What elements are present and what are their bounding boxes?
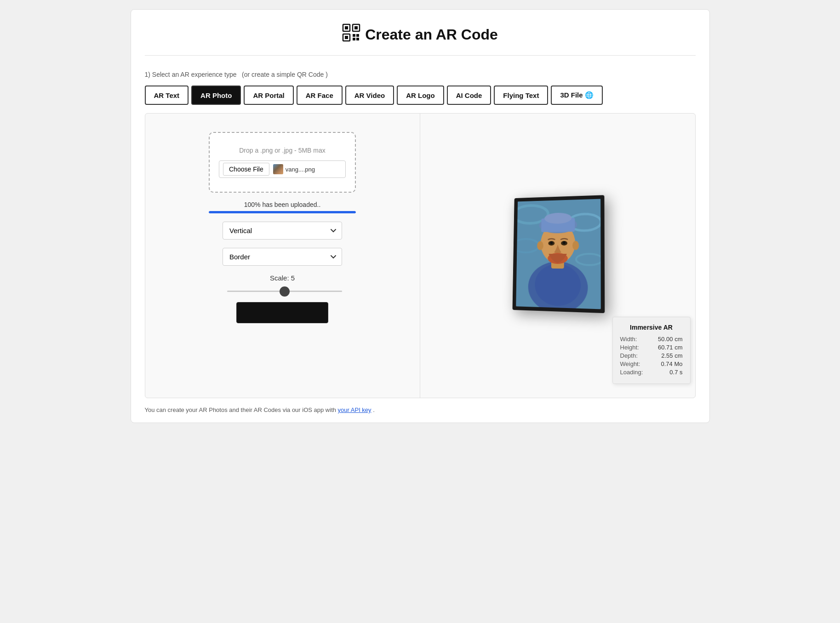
choose-file-button[interactable]: Choose File xyxy=(223,163,269,176)
orientation-dropdown[interactable]: VerticalHorizontal xyxy=(223,222,342,240)
file-thumbnail xyxy=(273,164,283,174)
page-title: Create an AR Code xyxy=(365,26,498,43)
info-row: Weight:0.74 Mo xyxy=(620,360,683,367)
info-key: Width: xyxy=(620,336,637,343)
progress-bar-fill xyxy=(209,211,356,213)
file-name: vang....png xyxy=(273,164,315,174)
footer-suffix: . xyxy=(373,406,375,413)
scale-section: Scale: 5 xyxy=(223,274,342,294)
footer-text: You can create your AR Photos and their … xyxy=(145,406,338,413)
drop-zone[interactable]: Drop a .png or .jpg - 5MB max Choose Fil… xyxy=(209,132,356,193)
svg-rect-7 xyxy=(356,34,359,37)
tab-ar-text[interactable]: AR Text xyxy=(145,86,189,105)
info-card-title: Immersive AR xyxy=(620,324,683,331)
tab-ar-photo[interactable]: AR Photo xyxy=(191,86,241,105)
svg-rect-9 xyxy=(356,38,359,40)
qr-icon xyxy=(342,23,360,46)
color-swatch[interactable] xyxy=(236,302,328,323)
info-card: Immersive AR Width:50.00 cmHeight:60.71 … xyxy=(612,317,691,384)
info-value: 2.55 cm xyxy=(661,352,682,359)
info-key: Height: xyxy=(620,344,639,351)
info-value: 0.7 s xyxy=(669,369,682,376)
svg-rect-6 xyxy=(353,34,355,37)
info-row: Loading:0.7 s xyxy=(620,369,683,376)
style-dropdown[interactable]: BorderNo BorderShadow xyxy=(223,248,342,266)
section-label: 1) Select an AR experience type (or crea… xyxy=(145,69,328,79)
page-header: Create an AR Code xyxy=(145,23,696,56)
tab-flying-text[interactable]: Flying Text xyxy=(494,86,548,105)
tab-ar-portal[interactable]: AR Portal xyxy=(244,86,293,105)
info-row: Width:50.00 cm xyxy=(620,336,683,343)
tab-ar-video[interactable]: AR Video xyxy=(345,86,394,105)
svg-rect-1 xyxy=(345,26,348,29)
upload-status: 100% has been uploaded.. xyxy=(209,201,356,213)
info-row: Height:60.71 cm xyxy=(620,344,683,351)
main-panel: Drop a .png or .jpg - 5MB max Choose Fil… xyxy=(145,113,696,398)
right-panel: Immersive AR Width:50.00 cmHeight:60.71 … xyxy=(420,114,695,398)
info-key: Loading: xyxy=(620,369,643,376)
info-value: 50.00 cm xyxy=(658,336,682,343)
tab-ar-logo[interactable]: AR Logo xyxy=(397,86,444,105)
tabs-row: AR TextAR PhotoAR PortalAR FaceAR VideoA… xyxy=(145,86,696,105)
progress-bar-background xyxy=(209,211,356,213)
painting-inner xyxy=(516,199,601,309)
upload-status-text: 100% has been uploaded.. xyxy=(209,201,356,208)
main-container: Create an AR Code 1) Select an AR experi… xyxy=(131,9,710,423)
info-row: Depth:2.55 cm xyxy=(620,352,683,359)
section-label-row: 1) Select an AR experience type (or crea… xyxy=(145,69,696,79)
tab-ai-code[interactable]: AI Code xyxy=(447,86,491,105)
info-value: 60.71 cm xyxy=(658,344,682,351)
svg-rect-5 xyxy=(345,36,348,39)
footer: You can create your AR Photos and their … xyxy=(145,406,696,413)
drop-text: Drop a .png or .jpg - 5MB max xyxy=(239,147,326,154)
left-panel: Drop a .png or .jpg - 5MB max Choose Fil… xyxy=(145,114,420,398)
scale-slider[interactable] xyxy=(227,291,342,292)
tab-3d-file[interactable]: 3D File 🌐 xyxy=(551,86,602,105)
info-key: Weight: xyxy=(620,360,640,367)
tab-ar-face[interactable]: AR Face xyxy=(297,86,343,105)
svg-rect-8 xyxy=(353,38,355,40)
footer-link[interactable]: your API key xyxy=(338,406,371,413)
painting-frame xyxy=(512,195,605,313)
section-sublabel: (or create a simple QR Code ) xyxy=(242,71,328,78)
scale-label: Scale: 5 xyxy=(223,274,342,282)
svg-rect-3 xyxy=(354,26,358,29)
info-key: Depth: xyxy=(620,352,638,359)
painting-preview xyxy=(498,187,617,325)
info-value: 0.74 Mo xyxy=(661,360,683,367)
file-input-row: Choose File vang....png xyxy=(219,160,346,178)
